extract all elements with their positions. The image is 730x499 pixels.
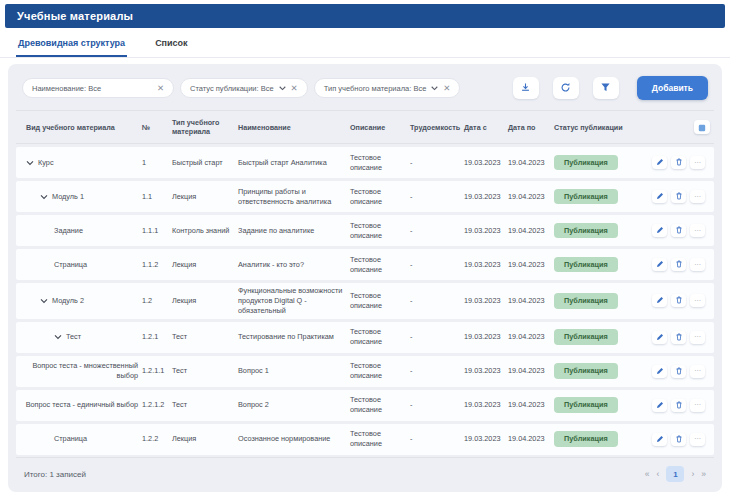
chevron-down-icon[interactable] (26, 160, 34, 166)
edit-button[interactable] (652, 399, 667, 412)
more-button[interactable]: ⋯ (690, 156, 705, 169)
table-body: Курс1Быстрый стартБыстрый старт Аналитик… (16, 144, 714, 455)
column-settings-button[interactable] (694, 120, 710, 134)
row-actions: ⋯ (648, 224, 714, 237)
next-page-button[interactable]: › (691, 469, 694, 479)
edit-button[interactable] (652, 365, 667, 378)
edit-button[interactable] (652, 156, 667, 169)
column-header: Трудоемкость (410, 123, 464, 132)
description: Тестовое описание (350, 291, 410, 311)
more-button[interactable]: ⋯ (690, 294, 705, 307)
edit-button[interactable] (652, 190, 667, 203)
tree-cell: Модуль 2 (16, 296, 142, 306)
row-actions: ⋯ (648, 294, 714, 307)
description: Тестовое описание (350, 327, 410, 347)
status-cell: Публикация (554, 431, 648, 447)
more-button[interactable]: ⋯ (690, 190, 705, 203)
tree-cell: Вопрос теста - множественный выбор (16, 361, 142, 381)
filter-material-type[interactable]: Тип учебного материала: Все ✕ (314, 78, 461, 98)
more-button[interactable]: ⋯ (690, 399, 705, 412)
tab-tree-structure[interactable]: Древовидная структура (16, 28, 127, 57)
status-badge: Публикация (554, 257, 618, 273)
chevron-down-icon[interactable] (431, 86, 438, 91)
filter-publication-status[interactable]: Статус публикации: Все ✕ (180, 78, 308, 98)
more-button[interactable]: ⋯ (690, 433, 705, 446)
status-cell: Публикация (554, 155, 648, 171)
add-button[interactable]: Добавить (637, 76, 708, 100)
more-button[interactable]: ⋯ (690, 224, 705, 237)
row-actions: ⋯ (648, 258, 714, 271)
row-number: 1.2 (142, 296, 172, 306)
status-badge: Публикация (554, 293, 618, 309)
tree-item-label: Страница (54, 260, 87, 270)
trash-icon (675, 435, 683, 444)
delete-button[interactable] (671, 258, 686, 271)
clear-icon[interactable]: ✕ (157, 84, 164, 93)
more-button[interactable]: ⋯ (690, 331, 705, 344)
effort: - (410, 434, 464, 444)
status-cell: Публикация (554, 257, 648, 273)
filter-button[interactable] (593, 77, 619, 99)
delete-button[interactable] (671, 224, 686, 237)
pencil-icon (656, 192, 664, 201)
prev-page-button[interactable]: ‹ (657, 469, 660, 479)
status-badge: Публикация (554, 155, 618, 171)
material-name: Аналитик - кто это? (238, 260, 350, 270)
edit-button[interactable] (652, 433, 667, 446)
edit-button[interactable] (652, 294, 667, 307)
ellipsis-icon: ⋯ (694, 435, 701, 443)
table-header: Вид учебного материала№Тип учебного мате… (16, 110, 714, 144)
status-badge: Публикация (554, 431, 618, 447)
chevron-down-icon[interactable] (279, 86, 286, 91)
table-row: Задание1.1.1Контроль знанийЗадание по ан… (16, 215, 714, 246)
date-from: 19.03.2023 (464, 226, 508, 236)
delete-button[interactable] (671, 433, 686, 446)
ellipsis-icon: ⋯ (694, 367, 701, 375)
delete-button[interactable] (671, 365, 686, 378)
material-type: Быстрый старт (172, 158, 238, 168)
trash-icon (675, 192, 683, 201)
chevron-down-icon[interactable] (54, 334, 62, 340)
tree-cell: Вопрос теста - единичный выбор (16, 400, 142, 410)
edit-button[interactable] (652, 331, 667, 344)
date-from: 19.03.2023 (464, 158, 508, 168)
effort: - (410, 226, 464, 236)
current-page-button[interactable]: 1 (666, 466, 684, 482)
refresh-button[interactable] (553, 77, 579, 99)
last-page-button[interactable]: » (701, 469, 706, 479)
delete-button[interactable] (671, 190, 686, 203)
filter-publication-status-label: Статус публикации: Все (190, 84, 274, 93)
delete-button[interactable] (671, 156, 686, 169)
delete-button[interactable] (671, 294, 686, 307)
date-from: 19.03.2023 (464, 400, 508, 410)
tree-cell: Тест (16, 332, 142, 342)
trash-icon (675, 333, 683, 342)
clear-icon[interactable]: ✕ (291, 84, 298, 93)
edit-button[interactable] (652, 224, 667, 237)
filter-name[interactable]: Наименование: Все ✕ (22, 78, 174, 98)
ellipsis-icon: ⋯ (694, 261, 701, 269)
pencil-icon (656, 296, 664, 305)
date-to: 19.04.2023 (508, 400, 554, 410)
clear-icon[interactable]: ✕ (443, 84, 450, 93)
ellipsis-icon: ⋯ (694, 333, 701, 341)
edit-button[interactable] (652, 258, 667, 271)
date-to: 19.04.2023 (508, 434, 554, 444)
delete-button[interactable] (671, 399, 686, 412)
more-button[interactable]: ⋯ (690, 365, 705, 378)
chevron-down-icon[interactable] (40, 194, 48, 200)
date-from: 19.03.2023 (464, 192, 508, 202)
tree-item-label: Модуль 2 (52, 296, 84, 306)
row-actions: ⋯ (648, 365, 714, 378)
tab-list[interactable]: Список (153, 28, 189, 57)
delete-button[interactable] (671, 331, 686, 344)
more-button[interactable]: ⋯ (690, 258, 705, 271)
first-page-button[interactable]: « (645, 469, 650, 479)
column-header: Наименование (238, 123, 350, 132)
status-cell: Публикация (554, 293, 648, 309)
pencil-icon (656, 260, 664, 269)
download-button[interactable] (513, 77, 539, 99)
chevron-down-icon[interactable] (40, 298, 48, 304)
table-row: Страница1.2.2ЛекцияОсознанное нормирован… (16, 424, 714, 455)
status-cell: Публикация (554, 397, 648, 413)
